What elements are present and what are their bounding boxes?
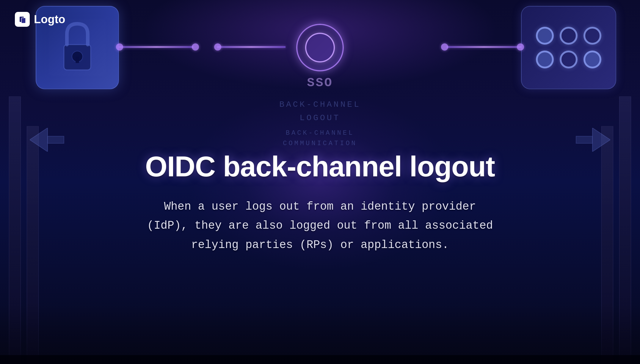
node-3 (214, 43, 221, 51)
circle-5 (560, 51, 578, 68)
watermark-text: BACK-CHANNEL LOGOUT BACK-CHANNEL COMMUNI… (279, 98, 361, 149)
circles-grid (530, 21, 607, 74)
connector-center (217, 46, 286, 48)
circle-2 (560, 27, 578, 45)
watermark-line3: BACK-CHANNEL (279, 128, 361, 138)
pillar-left-2 (27, 126, 39, 364)
svg-rect-9 (21, 18, 26, 23)
pillar-right-2 (601, 126, 613, 364)
node-5 (517, 43, 524, 51)
center-sso-circle (296, 24, 344, 71)
circle-1 (536, 27, 554, 45)
pillar-right-1 (619, 96, 631, 364)
svg-marker-6 (592, 128, 610, 152)
sso-label: SSO (307, 76, 333, 90)
svg-rect-5 (576, 136, 592, 143)
lock-icon (51, 18, 104, 77)
page-title: OIDC back-channel logout (127, 151, 513, 182)
arrow-left (30, 128, 65, 152)
logo-text: Logto (34, 13, 65, 26)
watermark-line2: LOGOUT (279, 112, 361, 125)
logo-icon (15, 12, 30, 27)
circle-4 (536, 51, 554, 68)
circle-6 (583, 51, 601, 68)
main-content: OIDC back-channel logout When a user log… (127, 151, 513, 255)
node-2 (192, 43, 199, 51)
arrow-right (575, 128, 610, 152)
page-description: When a user logs out from an identity pr… (142, 197, 498, 255)
logto-icon-svg (17, 14, 27, 24)
bottom-bar (0, 355, 640, 364)
watermark-line4: COMMUNICATION (279, 138, 361, 149)
connector-left (119, 46, 193, 48)
node-4 (441, 43, 448, 51)
svg-rect-4 (48, 136, 64, 143)
watermark-line1: BACK-CHANNEL (279, 98, 361, 112)
center-circle-inner (305, 33, 335, 62)
node-1 (116, 43, 123, 51)
circles-panel (521, 6, 616, 89)
svg-marker-3 (30, 128, 48, 152)
pillar-left-1 (9, 96, 21, 364)
background: SSO BACK-CHANNEL LOGOUT BACK-CHANNEL COM… (0, 0, 640, 364)
logo: Logto (15, 12, 65, 27)
svg-rect-2 (76, 57, 79, 63)
connector-right (447, 46, 521, 48)
circle-3 (583, 27, 601, 45)
